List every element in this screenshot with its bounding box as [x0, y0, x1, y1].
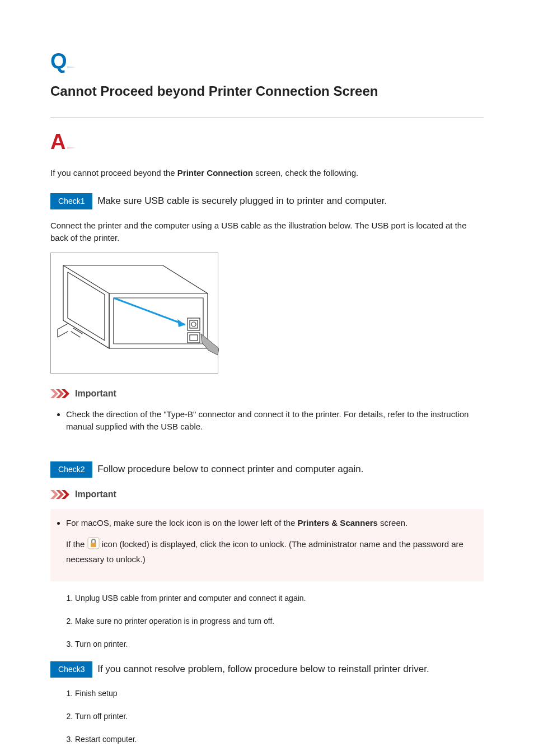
- check2-label: Check2: [50, 461, 92, 478]
- svg-text:Q: Q: [50, 50, 67, 73]
- important1-label: Important: [75, 387, 116, 400]
- check3-label: Check3: [50, 661, 92, 678]
- svg-marker-9: [50, 389, 58, 398]
- check3-text: If you cannot resolve problem, follow pr…: [97, 664, 429, 674]
- important2-lock-text: If the icon (locked) is displayed, click…: [66, 537, 476, 566]
- important1-item: Check the direction of the "Type-B" conn…: [66, 408, 484, 433]
- intro-after: screen, check the following.: [253, 168, 358, 178]
- important1-heading: Important: [50, 387, 484, 400]
- check1-row: Check1 Make sure USB cable is securely p…: [50, 193, 484, 209]
- important2-after: screen.: [378, 518, 407, 528]
- step1-3: Turn on printer.: [75, 638, 484, 650]
- step1-1: Unplug USB cable from printer and comput…: [75, 592, 484, 604]
- important1-box: Check the direction of the "Type-B" conn…: [50, 408, 484, 450]
- important2-before: For macOS, make sure the lock icon is on…: [66, 518, 298, 528]
- intro-before: If you cannot proceed beyond the: [50, 168, 177, 178]
- page-title: Cannot Proceed beyond Printer Connection…: [50, 81, 484, 101]
- lock-after: icon (locked) is displayed, click the ic…: [66, 539, 463, 563]
- important2-label: Important: [75, 488, 116, 501]
- steps1-list: Unplug USB cable from printer and comput…: [50, 592, 484, 650]
- important2-heading: Important: [50, 488, 484, 501]
- step2-1: Finish setup: [75, 688, 484, 699]
- chevrons-icon: [50, 389, 71, 398]
- svg-rect-8: [190, 335, 198, 340]
- divider: [50, 117, 484, 118]
- intro-text: If you cannot proceed beyond the Printer…: [50, 167, 484, 180]
- important2-bold: Printers & Scanners: [298, 518, 378, 528]
- svg-text:A: A: [50, 131, 65, 153]
- question-icon: Q: [50, 50, 76, 77]
- svg-rect-16: [91, 543, 96, 547]
- check1-text: Make sure USB cable is securely plugged …: [97, 195, 387, 206]
- step2-3: Restart computer.: [75, 734, 484, 745]
- check2-row: Check2 Follow procedure below to connect…: [50, 461, 484, 478]
- check2-text: Follow procedure below to connect printe…: [97, 464, 363, 474]
- important2-box: For macOS, make sure the lock icon is on…: [50, 509, 484, 582]
- lock-icon: [87, 537, 100, 553]
- printer-illustration: [50, 253, 218, 374]
- check1-label: Check1: [50, 193, 92, 209]
- svg-marker-12: [50, 490, 58, 499]
- check3-row: Check3 If you cannot resolve problem, fo…: [50, 661, 484, 678]
- important2-item: For macOS, make sure the lock icon is on…: [66, 517, 476, 566]
- steps2-list: Finish setup Turn off printer. Restart c…: [50, 688, 484, 756]
- step2-2: Turn off printer.: [75, 711, 484, 722]
- check1-body: Connect the printer and the computer usi…: [50, 220, 484, 245]
- intro-bold: Printer Connection: [177, 168, 253, 178]
- answer-icon: A: [50, 131, 484, 157]
- lock-before: If the: [66, 539, 87, 549]
- step1-2: Make sure no printer operation is in pro…: [75, 615, 484, 627]
- svg-point-6: [191, 322, 196, 326]
- chevrons-icon: [50, 490, 71, 499]
